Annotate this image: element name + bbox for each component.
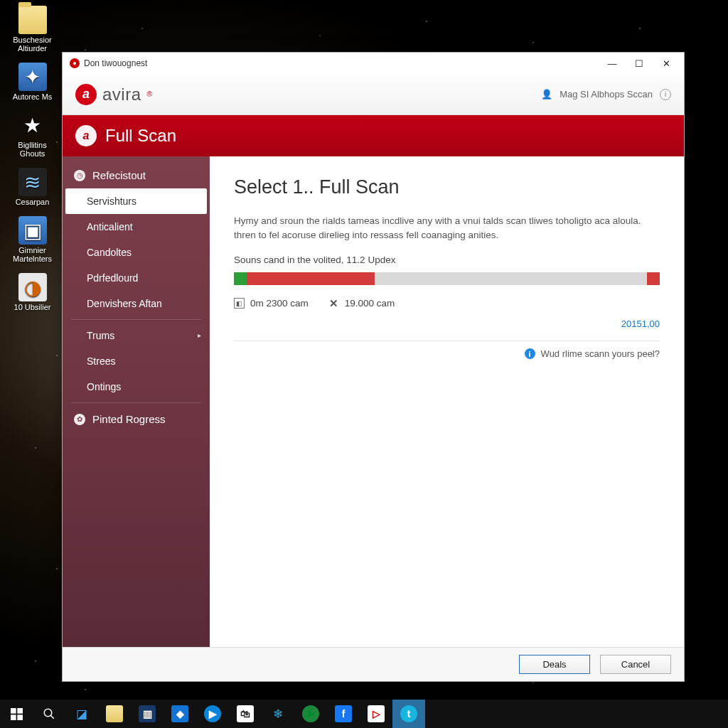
svg-rect-1 (17, 708, 23, 714)
taskbar-app[interactable]: ➤ (294, 700, 327, 728)
app-icon: ▥ (139, 705, 156, 722)
taskbar-app[interactable]: ▷ (360, 700, 392, 728)
svg-line-5 (50, 715, 54, 719)
clock-icon: ◷ (74, 170, 85, 181)
desktop-icon-label: Autorec Ms (6, 92, 59, 101)
sidebar-item-strees[interactable]: Strees (63, 348, 210, 374)
stat-value: 19.000 cam (345, 298, 395, 309)
sidebar-item-pdrfedlourd[interactable]: Pdrfedlourd (63, 265, 210, 291)
search-icon (43, 707, 55, 720)
taskbar-app[interactable]: ◆ (164, 700, 196, 728)
app-icon: ▷ (368, 705, 385, 722)
sidebar-item-anticalient[interactable]: Anticalient (63, 214, 210, 240)
desktop-icon-label: Bigllitins Ghouts (6, 141, 59, 158)
app-icon: ★ (18, 111, 47, 139)
taskbar-task-view[interactable]: ◪ (65, 700, 98, 728)
header-right-text: Mag SI Albhops Sccan (560, 89, 653, 100)
stat-value: 0m 2300 cam (250, 298, 309, 309)
divider (71, 319, 201, 320)
content-heading: Select 1.. Full Scan (234, 176, 660, 198)
disk-icon: ◧ (234, 298, 245, 309)
stat-elapsed: ◧ 0m 2300 cam (234, 298, 309, 309)
stats-row: ◧ 0m 2300 cam ✕ 19.000 cam (234, 298, 660, 309)
taskbar-app[interactable]: ▥ (131, 700, 164, 728)
store-icon: 🛍 (237, 705, 254, 722)
folder-icon (106, 705, 123, 722)
deals-button[interactable]: Deals (519, 655, 590, 674)
svg-rect-2 (11, 714, 16, 720)
divider (71, 402, 201, 403)
svg-rect-3 (17, 714, 23, 720)
taskbar-store[interactable]: 🛍 (229, 700, 262, 728)
desktop-icon-label: Gimnier Martelnters (6, 246, 59, 263)
taskview-icon: ◪ (76, 707, 87, 722)
info-icon[interactable]: i (660, 89, 671, 100)
desktop-icon[interactable]: Buschesior Altiurder (6, 6, 59, 53)
user-icon: 👤 (541, 89, 552, 100)
start-button[interactable] (0, 700, 33, 728)
sidebar-section-head[interactable]: ◷ Refecistout (63, 162, 210, 188)
desktop-icons: Buschesior Altiurder ✦ Autorec Ms ★ Bigl… (6, 6, 59, 321)
app-icon: ● (70, 58, 80, 68)
desktop-icon[interactable]: ▣ Gimnier Martelnters (6, 216, 59, 263)
app-icon: ✦ (18, 63, 47, 91)
cancel-button[interactable]: Cancel (600, 655, 671, 674)
app-icon: t (400, 705, 417, 722)
svg-point-4 (44, 709, 52, 717)
help-text[interactable]: Wud rlime scann yours peel? (541, 348, 660, 359)
right-link[interactable]: 20151,00 (234, 318, 660, 329)
sidebar-item-denvishers[interactable]: Denvishers Aftan (63, 291, 210, 316)
minimize-button[interactable]: — (599, 53, 626, 73)
scan-progress-bar (234, 272, 660, 285)
svg-rect-0 (11, 708, 16, 714)
brand-bar: a avira® 👤 Mag SI Albhops Sccan i (63, 74, 684, 115)
windows-icon (11, 708, 23, 720)
desktop-icon-label: Cesarpan (6, 198, 59, 206)
divider (234, 341, 660, 341)
page-title: Full Scan (105, 126, 176, 146)
scan-icon: a (75, 125, 97, 146)
main-content: Select 1.. Full Scan Hymy and sroun the … (210, 156, 684, 647)
sidebar: ◷ Refecistout Servishturs Anticalient Ca… (63, 156, 210, 647)
brand-name: avira (102, 85, 141, 105)
content-description: Hymy and sroun the rialds tameas incdliv… (234, 214, 660, 242)
taskbar-app-active[interactable]: t (392, 700, 425, 728)
taskbar-search[interactable] (33, 700, 65, 728)
app-icon: ≋ (18, 168, 47, 196)
sidebar-item-candoltes[interactable]: Candoltes (63, 240, 210, 265)
desktop-icon[interactable]: ✦ Autorec Ms (6, 63, 59, 101)
close-icon: ✕ (328, 298, 339, 309)
app-icon: ◆ (171, 705, 188, 722)
taskbar-facebook[interactable]: f (327, 700, 360, 728)
app-icon: ◑ (18, 273, 47, 301)
maximize-button[interactable]: ☐ (626, 53, 653, 73)
titlebar[interactable]: ● Don tiwouognest — ☐ ✕ (63, 53, 684, 74)
brand-logo: a avira® (75, 84, 152, 105)
taskbar-explorer[interactable] (98, 700, 131, 728)
app-icon: ▶ (204, 705, 221, 722)
folder-icon (18, 6, 47, 34)
window-title: Don tiwouognest (84, 58, 147, 68)
header-right: 👤 Mag SI Albhops Sccan i (541, 89, 671, 100)
taskbar-app[interactable]: ▶ (196, 700, 229, 728)
desktop: Buschesior Altiurder ✦ Autorec Ms ★ Bigl… (0, 0, 728, 728)
content-subline: Souns cand in the volited, 11.2 Updex (234, 255, 660, 265)
sidebar-section-head[interactable]: ✿ Pinted Rogress (63, 406, 210, 432)
sidebar-item-ontings[interactable]: Ontings (63, 374, 210, 400)
sidebar-section-label: Pinted Rogress (92, 413, 166, 425)
sidebar-section-label: Refecistout (92, 169, 146, 181)
close-button[interactable]: ✕ (653, 53, 680, 73)
gear-icon: ✿ (74, 414, 85, 425)
taskbar: ◪ ▥ ◆ ▶ 🛍 ❄ ➤ f ▷ t (0, 700, 728, 728)
footer-bar: Deals Cancel (63, 647, 684, 681)
desktop-icon[interactable]: ◑ 10 Ubsilier (6, 273, 59, 311)
help-line: i Wud rlime scann yours peel? (234, 348, 660, 359)
info-icon: i (525, 348, 535, 359)
sidebar-item-trums[interactable]: Trums▸ (63, 323, 210, 348)
page-header-band: a Full Scan (63, 115, 684, 156)
taskbar-app[interactable]: ❄ (262, 700, 294, 728)
desktop-icon-label: 10 Ubsilier (6, 303, 59, 311)
desktop-icon[interactable]: ≋ Cesarpan (6, 168, 59, 206)
sidebar-item-servishturs[interactable]: Servishturs (65, 188, 207, 214)
desktop-icon[interactable]: ★ Bigllitins Ghouts (6, 111, 59, 158)
